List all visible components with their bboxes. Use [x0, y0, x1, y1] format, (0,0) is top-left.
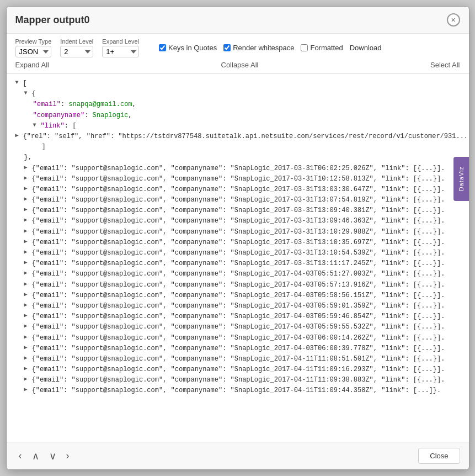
preview-type-label: Preview Type — [15, 38, 52, 45]
download-button[interactable]: Download — [350, 44, 382, 52]
row-expand-arrow[interactable]: ▶ — [24, 375, 31, 384]
json-email-line: "email" : snapqa@gmail.com , — [15, 99, 460, 110]
list-item: ▶{"email": "support@snaplogic.com", "com… — [15, 163, 460, 174]
collapsed-rows-container: ▶{"email": "support@snaplogic.com", "com… — [15, 163, 460, 396]
expand-all-button[interactable]: Expand All — [15, 61, 49, 69]
row-expand-arrow[interactable]: ▶ — [24, 216, 31, 225]
close-icon-button[interactable]: × — [447, 13, 460, 27]
toolbar-checkboxes: Keys in Quotes Render whitespace Formatt… — [159, 44, 382, 52]
list-item: ▶{"email": "support@snaplogic.com", "com… — [15, 227, 460, 237]
list-item: ▶{"email": "support@snaplogic.com", "com… — [15, 216, 460, 226]
json-viewer: ▼ [ ▼ { "email" : snapqa@gmail.com , "co… — [7, 74, 469, 442]
keys-in-quotes-label: Keys in Quotes — [168, 44, 217, 52]
toolbar: Preview Type JSON XML CSV Indent Level 1… — [7, 34, 469, 74]
expand-level-group: Expand Level 1+ 2+ 3+ All — [102, 38, 139, 57]
row-expand-arrow[interactable]: ▶ — [24, 333, 31, 342]
list-item: ▶{"email": "support@snaplogic.com", "com… — [15, 237, 460, 248]
list-item: ▶{"email": "support@snaplogic.com", "com… — [15, 322, 460, 332]
row-expand-arrow[interactable]: ▶ — [24, 343, 31, 352]
row-expand-arrow[interactable]: ▶ — [24, 364, 31, 373]
render-whitespace-checkbox[interactable] — [223, 44, 231, 51]
list-item: ▶{"email": "support@snaplogic.com", "com… — [15, 311, 460, 322]
dataviz-label: DataViz — [458, 166, 465, 191]
row-expand-arrow[interactable]: ▶ — [24, 311, 31, 320]
footer-navigation: ‹ ∧ ∨ › — [15, 449, 73, 463]
list-item: ▶{"email": "support@snaplogic.com", "com… — [15, 174, 460, 184]
toolbar-row1: Preview Type JSON XML CSV Indent Level 1… — [15, 38, 460, 57]
modal-title: Mapper output0 — [15, 14, 90, 26]
row-expand-arrow[interactable]: ▶ — [24, 163, 31, 172]
row-expand-arrow[interactable]: ▶ — [24, 280, 31, 289]
row-expand-arrow[interactable]: ▶ — [24, 237, 31, 246]
render-whitespace-label: Render whitespace — [233, 44, 294, 52]
select-all-button[interactable]: Select All — [430, 61, 460, 69]
list-item: ▶{"email": "support@snaplogic.com", "com… — [15, 184, 460, 195]
row-expand-arrow[interactable]: ▶ — [24, 322, 31, 331]
content-area: ▼ [ ▼ { "email" : snapqa@gmail.com , "co… — [7, 74, 469, 442]
row-expand-arrow[interactable]: ▶ — [24, 184, 31, 193]
formatted-label: Formatted — [310, 44, 343, 52]
root-expand-arrow[interactable]: ▼ — [15, 78, 22, 87]
nav-next-button[interactable]: › — [63, 449, 73, 463]
json-company-line: "companyname" : Snaplogic , — [15, 110, 460, 121]
formatted-checkbox[interactable] — [301, 44, 308, 51]
formatted-group[interactable]: Formatted — [301, 44, 343, 52]
row-expand-arrow[interactable]: ▶ — [24, 301, 31, 310]
toolbar-row2: Expand All Collapse All Select All — [15, 61, 460, 69]
json-link-item: ▶ {"rel": "self", "href": "https://tstdr… — [15, 131, 460, 142]
expand-level-label: Expand Level — [102, 38, 139, 45]
mapper-output-modal: Mapper output0 × Preview Type JSON XML C… — [6, 6, 469, 470]
list-item: ▶{"email": "support@snaplogic.com", "com… — [15, 195, 460, 205]
json-first-obj-close: }, — [15, 152, 460, 163]
list-item: ▶{"email": "support@snaplogic.com", "com… — [15, 375, 460, 385]
indent-level-label: Indent Level — [60, 38, 93, 45]
list-item: ▶{"email": "support@snaplogic.com", "com… — [15, 343, 460, 354]
modal-header: Mapper output0 × — [7, 7, 469, 34]
row-expand-arrow[interactable]: ▶ — [24, 290, 31, 299]
row-expand-arrow[interactable]: ▶ — [24, 354, 31, 363]
nav-prev-button[interactable]: ‹ — [15, 449, 25, 463]
row-expand-arrow[interactable]: ▶ — [24, 195, 31, 204]
preview-type-select[interactable]: JSON XML CSV — [15, 46, 52, 57]
row-expand-arrow[interactable]: ▶ — [24, 174, 31, 183]
collapse-all-button[interactable]: Collapse All — [221, 61, 259, 69]
link-expand[interactable]: ▼ — [33, 121, 40, 130]
list-item: ▶{"email": "support@snaplogic.com", "com… — [15, 280, 460, 290]
json-root-line: ▼ [ — [15, 78, 460, 89]
first-company-value: Snaplogic — [93, 110, 129, 121]
expand-level-select[interactable]: 1+ 2+ 3+ All — [102, 46, 139, 57]
list-item: ▶{"email": "support@snaplogic.com", "com… — [15, 333, 460, 343]
list-item: ▶{"email": "support@snaplogic.com", "com… — [15, 248, 460, 258]
keys-in-quotes-group[interactable]: Keys in Quotes — [159, 44, 217, 52]
list-item: ▶{"email": "support@snaplogic.com", "com… — [15, 269, 460, 279]
row-expand-arrow[interactable]: ▶ — [24, 227, 31, 236]
indent-level-group: Indent Level 1 2 3 4 — [60, 38, 93, 57]
list-item: ▶{"email": "support@snaplogic.com", "com… — [15, 205, 460, 216]
json-first-obj-open: ▼ { — [15, 89, 460, 99]
dataviz-tab[interactable]: DataViz — [453, 157, 469, 201]
row-expand-arrow[interactable]: ▶ — [24, 269, 31, 278]
list-item: ▶{"email": "support@snaplogic.com", "com… — [15, 258, 460, 269]
nav-down-button[interactable]: ∨ — [46, 449, 60, 463]
close-footer-button[interactable]: Close — [418, 448, 460, 464]
list-item: ▶{"email": "support@snaplogic.com", "com… — [15, 290, 460, 301]
keys-in-quotes-checkbox[interactable] — [159, 44, 166, 51]
first-email-value: snapqa@gmail.com — [68, 99, 132, 110]
row-expand-arrow[interactable]: ▶ — [24, 205, 31, 214]
modal-footer: ‹ ∧ ∨ › Close — [7, 442, 469, 469]
row-expand-arrow[interactable]: ▶ — [24, 258, 31, 267]
indent-level-select[interactable]: 1 2 3 4 — [60, 46, 93, 57]
preview-type-group: Preview Type JSON XML CSV — [15, 38, 52, 57]
row-expand-arrow[interactable]: ▶ — [24, 248, 31, 257]
json-link-close: ] — [15, 142, 460, 152]
link-item-expand[interactable]: ▶ — [15, 131, 22, 140]
render-whitespace-group[interactable]: Render whitespace — [223, 44, 294, 52]
list-item: ▶{"email": "support@snaplogic.com", "com… — [15, 301, 460, 311]
list-item: ▶{"email": "support@snaplogic.com", "com… — [15, 364, 460, 375]
json-link-line: ▼ "link" : [ — [15, 121, 460, 131]
row-expand-arrow[interactable]: ▶ — [24, 385, 31, 394]
nav-up-button[interactable]: ∧ — [29, 449, 42, 463]
first-obj-expand[interactable]: ▼ — [24, 89, 31, 98]
list-item: ▶{"email": "support@snaplogic.com", "com… — [15, 385, 460, 396]
list-item: ▶{"email": "support@snaplogic.com", "com… — [15, 354, 460, 364]
